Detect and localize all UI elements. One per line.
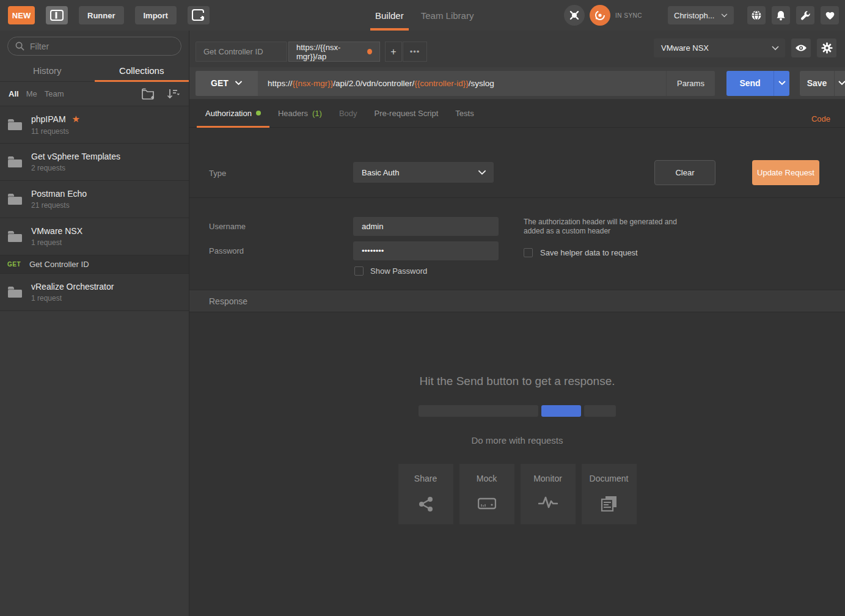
sidebar-tabs: History Collections [0,61,189,82]
collection-postman-echo[interactable]: Postman Echo 21 requests [0,181,189,218]
chevron-down-icon [838,81,845,86]
sort-icon[interactable] [167,89,180,100]
runner-button[interactable]: Runner [79,6,124,24]
bell-icon[interactable] [772,6,790,24]
tab-prerequest-script[interactable]: Pre-request Script [366,99,447,127]
auth-set-dot [256,111,261,116]
environment-select[interactable]: VMware NSX [654,38,785,57]
save-helper-label: Save helper data to request [540,248,638,257]
chevron-down-icon [235,81,243,86]
card-label: Share [414,474,437,483]
unsaved-dot [367,49,372,54]
scope-me[interactable]: Me [26,89,37,98]
environment-preview-button[interactable] [791,38,811,57]
password-input[interactable]: •••••••• [353,241,499,260]
import-button[interactable]: Import [135,6,177,24]
chevron-down-icon [478,170,486,175]
mock-card[interactable]: Mock [459,464,514,524]
favorite-star-icon[interactable]: ★ [72,114,80,125]
user-menu[interactable]: Christoph... [668,6,734,24]
interceptor-icon[interactable] [564,5,585,26]
url-path: /syslog [469,79,494,88]
tab-tests[interactable]: Tests [447,99,482,127]
tab-label: Tests [455,109,474,118]
filter-box[interactable] [7,37,181,56]
tab-authorization[interactable]: Authorization [197,99,269,127]
sync-icon[interactable] [590,5,610,26]
tab-collections[interactable]: Collections [95,61,189,82]
skeleton-bar [419,405,538,417]
tab-body[interactable]: Body [331,99,366,127]
tab-label: Body [339,109,357,118]
new-button[interactable]: NEW [8,6,35,24]
collection-phpipam[interactable]: phpIPAM★ 11 requests [0,106,189,144]
response-header: Response [189,290,845,312]
sync-status: IN SYNC [615,12,642,19]
tab-label: Headers [278,109,308,118]
tab-builder[interactable]: Builder [367,0,412,31]
auth-helper-note: The authorization header will be generat… [524,218,677,236]
collection-count: 21 requests [31,201,87,210]
tab-overflow-button[interactable]: ••• [403,42,427,62]
new-window-icon[interactable] [188,6,210,24]
sidebar: History Collections All Me Team phpIPAM★… [0,31,189,616]
tab-headers[interactable]: Headers (1) [269,99,331,127]
auth-type-select[interactable]: Basic Auth [353,162,494,183]
save-button[interactable]: Save [800,71,834,96]
authorization-panel: Type Basic Auth Clear Update Request Use… [189,128,845,290]
share-icon [417,496,434,513]
top-bar: NEW Runner Import Builder Team Library I… [0,0,845,31]
method-select[interactable]: GET [196,71,258,96]
filter-input[interactable] [30,42,164,51]
send-options-button[interactable] [774,71,789,96]
send-button[interactable]: Send [726,71,774,96]
share-card[interactable]: Share [398,464,453,524]
params-button[interactable]: Params [666,71,715,96]
request-tab-inactive[interactable]: Get Controller ID [196,42,287,62]
tab-team-library[interactable]: Team Library [412,0,483,31]
request-get-controller-id[interactable]: GET Get Controller ID [0,255,189,274]
collection-name: Get vSphere Templates [31,152,120,161]
collection-vsphere-templates[interactable]: Get vSphere Templates 2 requests [0,144,189,181]
eye-icon [795,44,807,52]
username-label: Username [209,222,246,231]
clear-button[interactable]: Clear [654,160,715,185]
new-folder-icon[interactable] [141,88,156,100]
show-password-checkbox[interactable] [354,266,364,276]
collection-vmware-nsx[interactable]: VMware NSX 1 request [0,218,189,255]
monitor-card[interactable]: Monitor [521,464,576,524]
url-input[interactable]: https://{{nsx-mgr}}/api/2.0/vdn/controll… [258,71,666,96]
heart-icon[interactable] [821,6,839,24]
wrench-icon[interactable] [796,6,814,24]
new-tab-button[interactable]: + [385,42,402,62]
update-request-button[interactable]: Update Request [752,160,819,185]
response-placeholder-text: Hit the Send button to get a response. [419,375,615,388]
auth-type-value: Basic Auth [362,168,399,177]
code-link[interactable]: Code [811,114,830,123]
save-options-button[interactable] [834,71,845,96]
settings-button[interactable] [817,38,836,57]
request-tab-active[interactable]: https://{{nsx-mgr}}/ap [288,42,380,62]
chevron-down-icon [778,81,786,86]
collection-count: 11 requests [31,127,80,136]
collection-vrealize-orchestrator[interactable]: vRealize Orchestrator 1 request [0,274,189,311]
tab-history[interactable]: History [0,61,95,82]
skeleton-bar [584,405,616,417]
collection-count: 1 request [31,294,114,302]
method-badge: GET [7,261,29,268]
card-label: Document [590,474,629,483]
scope-team[interactable]: Team [45,89,64,98]
document-card[interactable]: Document [582,464,637,524]
save-helper-checkbox[interactable] [524,248,533,257]
show-password-label: Show Password [370,266,427,276]
chevron-down-icon [772,46,779,51]
method-value: GET [211,78,229,88]
main-panel: Get Controller ID https://{{nsx-mgr}}/ap… [189,31,845,616]
chevron-down-icon [721,13,728,18]
collection-count: 2 requests [31,164,120,172]
username-input[interactable]: admin [353,217,499,236]
scope-all[interactable]: All [9,89,19,98]
layout-toggle-icon[interactable] [46,6,68,24]
collection-name: VMware NSX [31,226,82,236]
globe-icon[interactable] [747,6,766,24]
